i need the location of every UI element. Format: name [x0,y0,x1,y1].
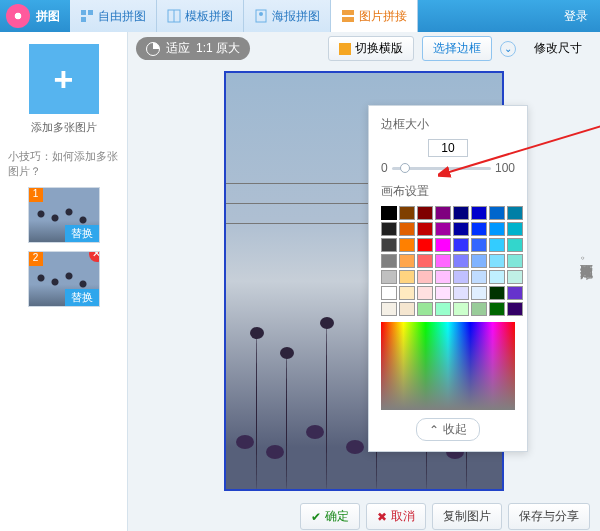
color-swatch[interactable] [471,302,487,316]
color-swatch[interactable] [435,270,451,284]
border-size-input[interactable] [428,139,468,157]
color-swatch[interactable] [417,238,433,252]
check-icon: ✔ [311,510,321,524]
tab-label: 自由拼图 [98,8,146,25]
splice-icon [341,9,355,23]
zoom-pill[interactable]: 适应 1:1 原大 [136,37,250,60]
color-swatch[interactable] [489,222,505,236]
color-gradient-picker[interactable] [381,322,515,410]
collapse-button[interactable]: ⌃收起 [416,418,480,441]
delete-button[interactable]: ✕ [89,251,100,262]
color-swatch[interactable] [453,270,469,284]
color-swatch[interactable] [489,270,505,284]
color-swatch[interactable] [453,206,469,220]
tab-template[interactable]: 模板拼图 [157,0,244,32]
color-swatch[interactable] [453,286,469,300]
color-swatch[interactable] [471,206,487,220]
color-swatch[interactable] [471,270,487,284]
login-link[interactable]: 登录 [564,8,588,25]
color-swatch[interactable] [489,302,505,316]
switch-icon [339,43,351,55]
color-swatch[interactable] [399,222,415,236]
tab-free[interactable]: 自由拼图 [70,0,157,32]
color-swatch[interactable] [417,206,433,220]
color-swatch[interactable] [417,302,433,316]
color-swatch[interactable] [489,206,505,220]
poster-icon [254,9,268,23]
color-swatch[interactable] [453,238,469,252]
tab-splice[interactable]: 图片拼接 [331,0,418,32]
chevron-up-icon: ⌃ [429,423,439,437]
color-swatch[interactable] [381,222,397,236]
color-swatch[interactable] [507,238,523,252]
color-swatch[interactable] [435,238,451,252]
color-swatch[interactable] [381,254,397,268]
add-images-button[interactable]: + [29,44,99,114]
thumb-index: 2 [29,252,43,266]
cancel-button[interactable]: ✖取消 [366,503,426,530]
replace-button[interactable]: 替换 [65,225,99,242]
color-swatch[interactable] [435,302,451,316]
color-swatch[interactable] [399,286,415,300]
color-swatch[interactable] [417,270,433,284]
color-swatch[interactable] [381,270,397,284]
copy-button[interactable]: 复制图片 [432,503,502,530]
color-swatch[interactable] [453,254,469,268]
color-swatch[interactable] [381,206,397,220]
resize-label: 修改尺寸 [534,40,582,57]
color-swatch[interactable] [453,302,469,316]
color-swatch[interactable] [399,302,415,316]
add-label: 添加多张图片 [31,120,97,135]
color-swatch[interactable] [399,270,415,284]
color-swatch[interactable] [507,254,523,268]
color-swatch[interactable] [399,238,415,252]
color-swatch[interactable] [381,238,397,252]
color-swatch[interactable] [471,238,487,252]
color-swatch[interactable] [507,270,523,284]
color-swatch[interactable] [507,302,523,316]
color-swatch[interactable] [507,286,523,300]
color-swatch[interactable] [435,286,451,300]
select-border-button[interactable]: 选择边框 [422,36,492,61]
color-swatch[interactable] [489,238,505,252]
tab-poster[interactable]: 海报拼图 [244,0,331,32]
color-swatch[interactable] [507,222,523,236]
zoom-label: 1:1 原大 [196,40,240,57]
color-swatch[interactable] [381,286,397,300]
color-swatch[interactable] [471,222,487,236]
tip-link[interactable]: 小技巧：如何添加多张图片？ [8,149,119,179]
color-swatch[interactable] [471,254,487,268]
thumb-2[interactable]: 2 ✕ 替换 [28,251,100,307]
slider-handle[interactable] [400,163,410,173]
plus-icon: + [54,62,74,96]
thumb-1[interactable]: 1 替换 [28,187,100,243]
svg-rect-7 [342,10,354,15]
ok-button[interactable]: ✔确定 [300,503,360,530]
color-swatch[interactable] [435,222,451,236]
switch-orientation-button[interactable]: 切换横版 [328,36,414,61]
color-swatch[interactable] [489,254,505,268]
border-size-label: 边框大小 [381,116,515,133]
footer: ✔确定 ✖取消 复制图片 保存与分享 [128,497,600,531]
color-swatch[interactable] [471,286,487,300]
template-icon [167,9,181,23]
puzzle-icon [80,9,94,23]
svg-rect-0 [81,10,86,15]
save-button[interactable]: 保存与分享 [508,503,590,530]
color-swatch[interactable] [453,222,469,236]
color-swatch[interactable] [399,206,415,220]
color-swatch[interactable] [435,254,451,268]
color-swatch[interactable] [399,254,415,268]
color-swatch[interactable] [417,222,433,236]
color-swatch[interactable] [417,254,433,268]
replace-button[interactable]: 替换 [65,289,99,306]
border-dropdown-icon[interactable]: ⌄ [500,41,516,57]
color-swatch[interactable] [417,286,433,300]
color-swatch[interactable] [435,206,451,220]
drag-hint-note: 可拖动图片更换顺序。 [576,255,594,268]
border-slider[interactable] [392,161,491,175]
color-swatch[interactable] [507,206,523,220]
resize-button[interactable]: 修改尺寸 [524,37,592,60]
color-swatch[interactable] [489,286,505,300]
color-swatch[interactable] [381,302,397,316]
